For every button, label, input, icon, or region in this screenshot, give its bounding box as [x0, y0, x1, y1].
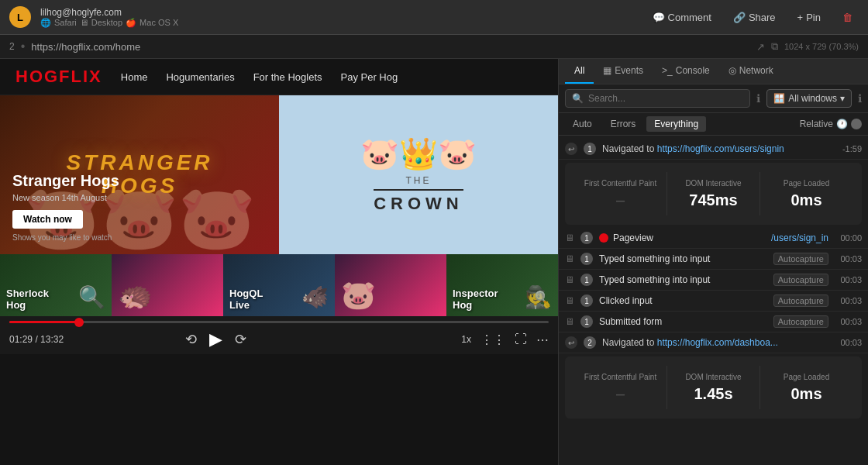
metric-fcp-2: First Contentful Paint – — [574, 366, 667, 409]
pl-value: 0ms — [763, 191, 849, 209]
pin-button[interactable]: + Pin — [791, 9, 827, 26]
chapters-icon[interactable]: ⋮⋮ — [480, 332, 505, 347]
show-card-2[interactable]: 🦔 — [112, 254, 223, 316]
autocap-badge-3: Autocapture — [773, 294, 828, 307]
right-controls: 1x ⋮⋮ ⛶ ⋯ — [461, 332, 549, 347]
info-icon[interactable]: ℹ — [756, 92, 760, 105]
speed-button[interactable]: 1x — [461, 334, 471, 345]
windows-icon: 🪟 — [773, 93, 785, 104]
rewind-button[interactable]: ⟲ — [185, 331, 197, 348]
event-pageview[interactable]: 🖥 1 Pageview /users/sign_in 00:00 — [559, 228, 868, 249]
event-navigate-2[interactable]: ↩ 2 Navigated to https://hogflix.com/das… — [559, 332, 868, 353]
event-num-ci: 1 — [580, 294, 593, 307]
device-icon-3: 🖥 — [565, 274, 574, 285]
browser-actions: 💬 Comment 🔗 Share + Pin 🗑 — [646, 9, 859, 26]
progress-bar[interactable] — [9, 321, 549, 323]
playback-controls: ⟲ ▶ ⟳ — [185, 329, 246, 350]
metric-dom-1: DOM Interactive 745ms — [667, 172, 760, 215]
browser-viewport: HOGFLIX Home Hogumentaries For the Hogle… — [0, 59, 558, 465]
event-num-t1: 1 — [580, 253, 593, 265]
watch-now-button[interactable]: Watch now — [12, 210, 83, 229]
browser-label: Safari — [54, 18, 77, 27]
event-clicked-input[interactable]: 🖥 1 Clicked input Autocapture 00:03 — [559, 291, 868, 312]
hero-subtitle: New season 14th August — [12, 193, 267, 202]
search-icon: 🔍 — [572, 93, 584, 104]
os-icon: 🍎 — [126, 18, 136, 28]
filter-everything[interactable]: Everything — [646, 116, 706, 132]
pageview-content: Pageview /users/sign_in — [599, 232, 828, 243]
tab-console[interactable]: >_ Console — [653, 59, 719, 84]
show-card-inspector[interactable]: InspectorHog 🕵️ — [446, 254, 558, 316]
nav-indicator: ↩ — [565, 143, 577, 155]
pl-label-2: Page Loaded — [763, 372, 849, 382]
event-num-n2: 2 — [584, 336, 596, 349]
filter-auto[interactable]: Auto — [565, 116, 600, 132]
more-options-button[interactable]: ⋯ — [536, 332, 549, 347]
relative-button[interactable]: Relative 🕐 — [800, 119, 862, 129]
event-submitted-form[interactable]: 🖥 1 Submitted form Autocapture 00:03 — [559, 312, 868, 332]
hogflix-nav: HOGFLIX Home Hogumentaries For the Hogle… — [0, 59, 558, 95]
progress-handle[interactable] — [74, 318, 84, 327]
record-button[interactable] — [851, 119, 862, 129]
event-typed-1[interactable]: 🖥 1 Typed something into input Autocaptu… — [559, 249, 868, 270]
event-num-pv: 1 — [580, 232, 593, 244]
globe-icon: 🌐 — [40, 18, 51, 28]
user-info: lilhog@hoglyfe.com 🌐 Safari 🖥 Desktop 🍎 … — [40, 7, 178, 28]
shows-row: SherlockHog 🔍 🦔 HogQLLive 🐗 🐷 InspectorH… — [0, 254, 558, 316]
url-display[interactable]: https://hogflix.com/home — [31, 41, 750, 53]
perf-metrics-1: First Contentful Paint – DOM Interactive… — [574, 172, 852, 215]
tab-network[interactable]: ◎ Network — [719, 59, 783, 84]
nav-pay-per-hog[interactable]: Pay Per Hog — [341, 71, 398, 83]
search-input[interactable] — [588, 93, 743, 104]
device-icon-5: 🖥 — [565, 316, 574, 327]
fullscreen-button[interactable]: ⛶ — [515, 332, 527, 346]
network-icon: ◎ — [728, 65, 736, 76]
pageview-url: /users/sign_in — [771, 232, 828, 243]
show-card-sherlock[interactable]: SherlockHog 🔍 — [0, 254, 112, 316]
hero-overlay: Stranger Hogs New season 14th August Wat… — [12, 172, 267, 242]
show-card-hogql[interactable]: HogQLLive 🐗 — [223, 254, 335, 316]
play-button[interactable]: ▶ — [209, 329, 222, 350]
nav-for-hoglets[interactable]: For the Hoglets — [253, 71, 322, 83]
tab-all[interactable]: All — [565, 59, 594, 84]
event-type-pageview: Pageview — [613, 232, 766, 243]
controls-row: 01:29 / 13:32 ⟲ ▶ ⟳ 1x ⋮⋮ ⛶ ⋯ — [9, 329, 549, 350]
dom-value: 745ms — [670, 191, 756, 209]
events-list[interactable]: ↩ 1 Navigated to https://hogflix.com/use… — [559, 136, 868, 465]
event-type-clicked: Clicked input — [599, 295, 767, 306]
clock-icon: 🕐 — [836, 119, 848, 129]
delete-button[interactable]: 🗑 — [836, 9, 859, 26]
share-button[interactable]: 🔗 Share — [727, 9, 782, 26]
nav-hogumentaries[interactable]: Hogumentaries — [166, 71, 234, 83]
hero-main: 🐷🐷🐷 STRANGERHOGS Stranger Hogs New seaso… — [0, 95, 279, 254]
external-link-icon[interactable]: ↗ — [756, 41, 765, 53]
plus-icon: + — [797, 12, 804, 23]
show-title-hogql: HogQLLive — [229, 288, 263, 312]
event-typed-2[interactable]: 🖥 1 Typed something into input Autocaptu… — [559, 270, 868, 291]
event-num-1: 1 — [584, 143, 596, 155]
event-navigate-1[interactable]: ↩ 1 Navigated to https://hogflix.com/use… — [559, 139, 868, 160]
device-icon-2: 🖥 — [565, 253, 574, 264]
event-num-t2: 1 — [580, 274, 593, 286]
device-icon-1: 🖥 — [565, 232, 574, 243]
fast-forward-button[interactable]: ⟳ — [235, 331, 246, 348]
fcp-value: – — [577, 191, 663, 209]
hero-secondary: 🐷👑🐷 THE CROWN — [279, 95, 558, 254]
show-card-4[interactable]: 🐷 — [335, 254, 446, 316]
nav-home[interactable]: Home — [121, 71, 148, 83]
link-icon: 🔗 — [733, 12, 746, 23]
event-time-t1: 00:03 — [835, 254, 862, 264]
devtools-panel: All ▦ Events >_ Console ◎ Network 🔍 ℹ 🪟 … — [558, 59, 868, 465]
tab-events[interactable]: ▦ Events — [594, 59, 653, 84]
copy-icon[interactable]: ⧉ — [771, 40, 778, 53]
timestamp-n2: 00:03 — [840, 338, 862, 347]
filter-errors[interactable]: Errors — [603, 116, 644, 132]
separator: • — [21, 40, 26, 53]
event-type-typed-2: Typed something into input — [599, 274, 767, 285]
perf-card-1: First Contentful Paint – DOM Interactive… — [565, 163, 862, 225]
pl-value-2: 0ms — [763, 385, 849, 403]
crown-hogs: 🐷👑🐷 — [360, 136, 477, 172]
info-icon-2[interactable]: ℹ — [858, 92, 862, 105]
windows-dropdown[interactable]: 🪟 All windows ▾ — [766, 89, 852, 108]
comment-button[interactable]: 💬 Comment — [646, 9, 718, 26]
